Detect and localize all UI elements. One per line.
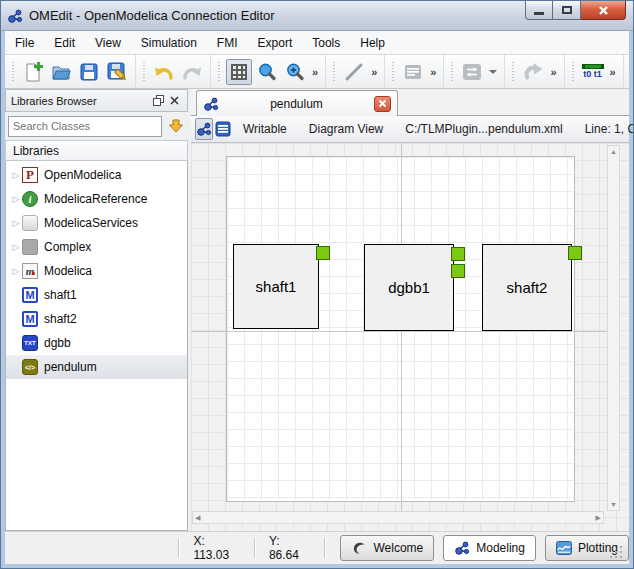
scroll-up-icon[interactable]: ▲ xyxy=(610,148,617,155)
tree-item-complex[interactable]: ▷ Complex xyxy=(6,235,187,259)
scroll-right-icon[interactable]: ▶ xyxy=(596,514,601,522)
zoom-in-button[interactable] xyxy=(282,59,308,85)
simulation-time-button[interactable]: t0 t1 xyxy=(580,59,606,85)
magnifier-icon xyxy=(257,62,277,82)
modeling-perspective-button[interactable]: Modeling xyxy=(443,535,536,561)
diagram-canvas[interactable]: shaft1 dgbb1 shaft2 ▲ ▼ ◀ xyxy=(191,143,629,531)
tab-close-button[interactable] xyxy=(374,96,391,112)
window-title: OMEdit - OpenModelica Connection Editor xyxy=(29,8,275,23)
tree-item-shaft2[interactable]: M shaft2 xyxy=(6,307,187,331)
view-toolbar-group: » xyxy=(211,55,326,88)
menu-view[interactable]: View xyxy=(85,33,131,53)
new-model-button[interactable] xyxy=(20,59,46,85)
horizontal-scrollbar[interactable]: ◀ ▶ xyxy=(192,511,604,524)
float-panel-button[interactable] xyxy=(150,93,166,108)
modelica-icon: m xyxy=(22,263,38,279)
component-shaft2[interactable]: shaft2 xyxy=(482,244,572,331)
menu-file[interactable]: File xyxy=(5,33,44,53)
dgbb1-port-1[interactable] xyxy=(451,247,465,261)
search-scope-button[interactable] xyxy=(166,116,186,136)
open-folder-icon xyxy=(51,63,71,81)
tab-title: pendulum xyxy=(219,97,374,111)
vertical-scrollbar[interactable]: ▲ ▼ xyxy=(607,145,620,511)
menu-edit[interactable]: Edit xyxy=(44,33,85,53)
tree-item-openmodelica[interactable]: ▷ P OpenModelica xyxy=(6,163,187,187)
file-path-label: C:/TLMPlugin...pendulum.xml xyxy=(394,122,573,136)
zoom-fit-button[interactable] xyxy=(254,59,280,85)
simulate-overflow-button[interactable]: » xyxy=(547,66,559,78)
dgbb1-port-2[interactable] xyxy=(451,264,465,278)
title-bar[interactable]: OMEdit - OpenModelica Connection Editor xyxy=(1,1,633,31)
model-overflow-button[interactable]: » xyxy=(427,66,439,78)
open-file-button[interactable] xyxy=(48,59,74,85)
tree-item-modelicareference[interactable]: ▷ i ModelicaReference xyxy=(6,187,187,211)
plotting-perspective-button[interactable]: Plotting xyxy=(545,535,629,561)
tree-item-dgbb[interactable]: TXT dgbb xyxy=(6,331,187,355)
menu-help[interactable]: Help xyxy=(350,33,395,53)
tree-item-modelicaservices[interactable]: ▷ ModelicaServices xyxy=(6,211,187,235)
model-tab-icon xyxy=(203,96,219,112)
shaft1-port[interactable] xyxy=(316,246,330,260)
tree-item-modelica[interactable]: ▷ m Modelica xyxy=(6,259,187,283)
libraries-tree-header: Libraries xyxy=(5,140,188,161)
minimize-button[interactable] xyxy=(525,1,553,20)
connect-icon xyxy=(462,63,482,81)
connect-mode-button[interactable] xyxy=(459,59,485,85)
menu-bar: File Edit View Simulation FMI Export Too… xyxy=(5,31,629,55)
menu-simulation[interactable]: Simulation xyxy=(131,33,207,53)
simulate-toolbar-group: » xyxy=(505,55,564,88)
omedit-logo-icon xyxy=(7,8,23,24)
connect-dropdown-caret[interactable] xyxy=(489,70,497,74)
save-icon xyxy=(80,63,98,81)
maximize-icon xyxy=(562,6,572,14)
zoom-in-icon xyxy=(285,62,305,82)
diagram-view-button[interactable] xyxy=(195,118,213,140)
show-grid-button[interactable] xyxy=(226,59,252,85)
undo-button[interactable] xyxy=(151,59,177,85)
expand-arrow-icon[interactable]: ▷ xyxy=(10,218,22,228)
gold-down-arrow-icon xyxy=(168,118,184,134)
cursor-x-coordinate: X: 113.03 xyxy=(179,534,254,562)
close-button[interactable] xyxy=(581,1,626,20)
line-shape-button[interactable] xyxy=(341,59,367,85)
search-row xyxy=(5,112,188,140)
shaft2-port[interactable] xyxy=(568,246,582,260)
save-as-button[interactable] xyxy=(104,59,130,85)
minimize-icon xyxy=(534,12,544,15)
expand-arrow-icon[interactable]: ▷ xyxy=(10,194,22,204)
t0t1-icon: t0 t1 xyxy=(582,64,604,79)
undo-toolbar-group xyxy=(136,55,211,88)
expand-arrow-icon[interactable]: ▷ xyxy=(10,266,22,276)
search-input[interactable] xyxy=(8,116,162,137)
scroll-left-icon[interactable]: ◀ xyxy=(195,514,200,522)
editor-area: pendulum xyxy=(191,89,629,531)
tab-pendulum[interactable]: pendulum xyxy=(196,90,398,116)
simulate-button[interactable] xyxy=(520,59,546,85)
gray-package-icon xyxy=(22,239,38,255)
component-shaft1[interactable]: shaft1 xyxy=(233,244,319,329)
scroll-down-icon[interactable]: ▼ xyxy=(610,501,617,508)
menu-tools[interactable]: Tools xyxy=(302,33,350,53)
text-view-button[interactable] xyxy=(215,118,231,140)
shapes-overflow-button[interactable]: » xyxy=(368,66,380,78)
model-switcher-button[interactable] xyxy=(400,59,426,85)
writable-status[interactable]: Writable xyxy=(232,122,298,136)
tree-item-pendulum[interactable]: </> pendulum xyxy=(6,355,187,379)
menu-fmi[interactable]: FMI xyxy=(207,33,248,53)
save-button[interactable] xyxy=(76,59,102,85)
welcome-icon xyxy=(351,540,367,556)
maximize-button[interactable] xyxy=(553,1,581,20)
component-dgbb1[interactable]: dgbb1 xyxy=(364,244,454,331)
redo-button[interactable] xyxy=(179,59,205,85)
menu-export[interactable]: Export xyxy=(248,33,303,53)
window-resize-grip[interactable] xyxy=(620,556,622,558)
expand-arrow-icon[interactable]: ▷ xyxy=(10,170,22,180)
view-mode-label: Diagram View xyxy=(298,122,394,136)
tlm-overflow-button[interactable]: » xyxy=(607,66,619,78)
close-panel-button[interactable] xyxy=(166,93,182,108)
simulate-arrow-icon xyxy=(522,62,544,82)
welcome-perspective-button[interactable]: Welcome xyxy=(340,535,434,561)
tree-item-shaft1[interactable]: M shaft1 xyxy=(6,283,187,307)
view-overflow-button[interactable]: » xyxy=(309,66,321,78)
expand-arrow-icon[interactable]: ▷ xyxy=(10,242,22,252)
